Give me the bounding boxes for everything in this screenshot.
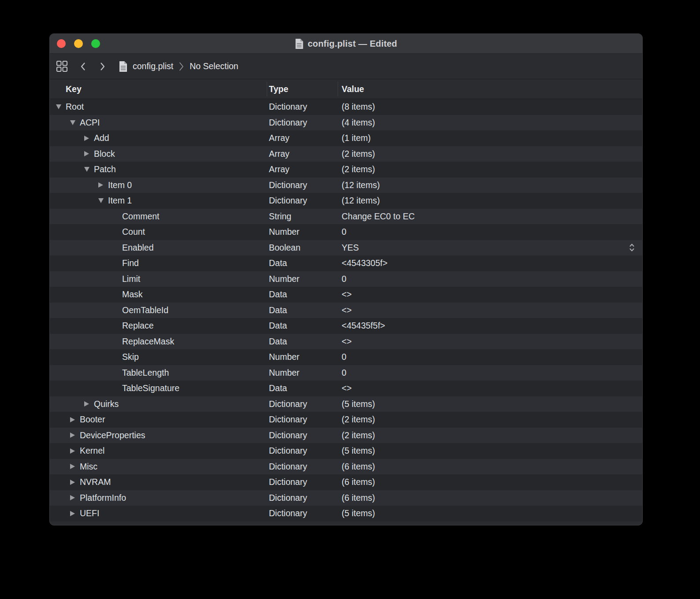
row-value-cell[interactable]: (5 items) — [338, 399, 642, 409]
row-key-cell[interactable]: Misc — [50, 462, 267, 472]
row-key-cell[interactable]: TableSignature — [50, 383, 267, 393]
row-type-cell[interactable]: Array — [267, 133, 338, 143]
row-value-cell[interactable]: (2 items) — [338, 430, 642, 440]
boolean-stepper-icon[interactable] — [629, 242, 635, 253]
row-value-cell[interactable]: <45435f5f> — [338, 321, 642, 331]
table-row[interactable]: MiscDictionary(6 items) — [50, 459, 642, 475]
row-key-cell[interactable]: Booter — [50, 414, 267, 425]
row-value-cell[interactable]: 0 — [338, 227, 642, 237]
disclosure-triangle[interactable] — [70, 448, 80, 454]
breadcrumb-item-selection[interactable]: No Selection — [190, 61, 238, 71]
table-row[interactable]: CountNumber0 — [50, 224, 642, 240]
row-type-cell[interactable]: Dictionary — [267, 102, 338, 112]
disclosure-triangle[interactable] — [70, 495, 80, 500]
row-value-cell[interactable]: YES — [338, 243, 642, 253]
row-value-cell[interactable]: <> — [338, 305, 642, 315]
row-value-cell[interactable]: (5 items) — [338, 446, 642, 456]
row-key-cell[interactable]: Limit — [50, 274, 267, 284]
row-value-cell[interactable]: <> — [338, 383, 642, 393]
row-key-cell[interactable]: OemTableId — [50, 305, 267, 315]
row-value-cell[interactable]: <4543305f> — [338, 258, 642, 268]
row-value-cell[interactable]: 0 — [338, 274, 642, 284]
row-key-cell[interactable]: DeviceProperties — [50, 430, 267, 440]
table-row[interactable]: BlockArray(2 items) — [50, 146, 642, 162]
table-row[interactable]: NVRAMDictionary(6 items) — [50, 474, 642, 490]
row-key-cell[interactable]: Patch — [50, 164, 267, 174]
row-type-cell[interactable]: Number — [267, 274, 338, 284]
row-key-cell[interactable]: Block — [50, 149, 267, 159]
related-items-button[interactable] — [56, 60, 68, 72]
row-value-cell[interactable]: (2 items) — [338, 164, 642, 174]
table-row[interactable]: CommentStringChange EC0 to EC — [50, 209, 642, 225]
row-type-cell[interactable]: Dictionary — [267, 493, 338, 503]
column-header-type[interactable]: Type — [267, 84, 338, 94]
row-type-cell[interactable]: Array — [267, 149, 338, 159]
back-button[interactable] — [80, 62, 86, 71]
minimize-button[interactable] — [74, 39, 83, 48]
column-header-value[interactable]: Value — [338, 84, 642, 94]
table-row[interactable]: Item 1Dictionary(12 items) — [50, 193, 642, 209]
row-value-cell[interactable]: (6 items) — [338, 462, 642, 472]
row-type-cell[interactable]: Data — [267, 321, 338, 331]
row-type-cell[interactable]: Dictionary — [267, 180, 338, 190]
row-key-cell[interactable]: Add — [50, 133, 267, 143]
row-key-cell[interactable]: PlatformInfo — [50, 493, 267, 503]
row-key-cell[interactable]: Find — [50, 258, 267, 268]
table-row[interactable]: ReplaceMaskData<> — [50, 334, 642, 350]
table-row[interactable]: ACPIDictionary(4 items) — [50, 115, 642, 131]
forward-button[interactable] — [100, 62, 106, 71]
close-button[interactable] — [57, 39, 66, 48]
table-row[interactable]: KernelDictionary(5 items) — [50, 443, 642, 459]
row-key-cell[interactable]: UEFI — [50, 508, 267, 518]
row-type-cell[interactable]: Data — [267, 258, 338, 268]
disclosure-triangle[interactable] — [84, 151, 94, 156]
column-header-key[interactable]: Key — [50, 84, 267, 94]
column-resize-handle[interactable] — [338, 81, 338, 96]
row-type-cell[interactable]: Dictionary — [267, 118, 338, 128]
table-row[interactable]: TableLengthNumber0 — [50, 365, 642, 381]
column-resize-handle[interactable] — [267, 81, 267, 96]
row-key-cell[interactable]: NVRAM — [50, 477, 267, 487]
disclosure-triangle[interactable] — [56, 104, 66, 109]
row-type-cell[interactable]: Dictionary — [267, 196, 338, 206]
row-type-cell[interactable]: Data — [267, 336, 338, 347]
table-row[interactable]: ReplaceData<45435f5f> — [50, 318, 642, 334]
row-type-cell[interactable]: Dictionary — [267, 508, 338, 518]
row-value-cell[interactable]: (8 items) — [338, 102, 642, 112]
disclosure-triangle[interactable] — [70, 464, 80, 469]
disclosure-triangle[interactable] — [70, 511, 80, 516]
row-value-cell[interactable]: (5 items) — [338, 508, 642, 518]
table-row[interactable]: LimitNumber0 — [50, 271, 642, 287]
table-row[interactable]: SkipNumber0 — [50, 349, 642, 365]
row-type-cell[interactable]: Array — [267, 164, 338, 174]
row-key-cell[interactable]: Kernel — [50, 446, 267, 456]
disclosure-triangle[interactable] — [70, 120, 80, 125]
row-type-cell[interactable]: Number — [267, 368, 338, 378]
row-key-cell[interactable]: ACPI — [50, 118, 267, 128]
zoom-button[interactable] — [91, 39, 100, 48]
row-type-cell[interactable]: Data — [267, 383, 338, 393]
row-value-cell[interactable]: 0 — [338, 368, 642, 378]
row-type-cell[interactable]: Dictionary — [267, 477, 338, 487]
table-row[interactable]: QuirksDictionary(5 items) — [50, 396, 642, 412]
row-key-cell[interactable]: Count — [50, 227, 267, 237]
table-row[interactable]: PatchArray(2 items) — [50, 162, 642, 177]
row-type-cell[interactable]: Dictionary — [267, 399, 338, 409]
disclosure-triangle[interactable] — [70, 480, 80, 485]
table-row[interactable]: RootDictionary(8 items) — [50, 99, 642, 115]
row-key-cell[interactable]: TableLength — [50, 368, 267, 378]
disclosure-triangle[interactable] — [70, 433, 80, 438]
row-key-cell[interactable]: Quirks — [50, 399, 267, 409]
row-key-cell[interactable]: Item 0 — [50, 180, 267, 190]
row-key-cell[interactable]: Enabled — [50, 243, 267, 253]
row-key-cell[interactable]: Replace — [50, 321, 267, 331]
row-type-cell[interactable]: Dictionary — [267, 414, 338, 425]
row-key-cell[interactable]: Comment — [50, 211, 267, 222]
titlebar[interactable]: config.plist — Edited — [50, 34, 642, 54]
row-key-cell[interactable]: Root — [50, 102, 267, 112]
table-row[interactable]: DevicePropertiesDictionary(2 items) — [50, 428, 642, 444]
row-value-cell[interactable]: (2 items) — [338, 414, 642, 425]
row-value-cell[interactable]: (12 items) — [338, 196, 642, 206]
table-row[interactable]: EnabledBooleanYES — [50, 240, 642, 256]
row-type-cell[interactable]: Number — [267, 352, 338, 362]
